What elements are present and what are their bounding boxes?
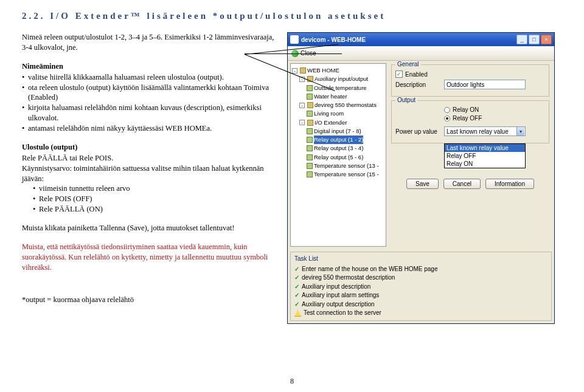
tree-node[interactable]: Water heater	[314, 92, 347, 101]
task-item: Test connection to the server	[304, 309, 381, 318]
leaf-icon	[307, 154, 313, 160]
minimize-button[interactable]: _	[516, 35, 527, 44]
close-button[interactable]: Close	[291, 50, 316, 57]
naming-subhead: Nimeäminen	[22, 61, 277, 72]
output-line: Rele PÄÄLLÄ tai Rele POIS.	[22, 153, 277, 163]
relay-off-radio[interactable]	[444, 115, 450, 122]
folder-icon	[307, 76, 313, 82]
enabled-checkbox[interactable]: ✓	[395, 70, 403, 78]
tree-node[interactable]: Outside temperature	[314, 84, 367, 92]
tree-node[interactable]: I/O Extender	[315, 119, 347, 127]
tree-pane[interactable]: -WEB HOME -Auxiliary input/output Outsid…	[290, 63, 386, 247]
description-input[interactable]	[444, 80, 526, 89]
intro-para: Nimeä releen output/ulostulot 1-2, 3–4 j…	[22, 32, 277, 53]
bullet-item: antamasi relelähdön nimi näkyy käyttäess…	[22, 123, 277, 134]
task-item: Enter name of the house on the WEB HOME …	[302, 265, 437, 274]
network-note: Muista, että nettikäytössä tiedonsiirtym…	[22, 242, 277, 273]
folder-icon	[307, 120, 313, 126]
bullet-item: viimeisin tunnettu releen arvo	[33, 184, 277, 194]
bullet-item: Rele PÄÄLLÄ (ON)	[33, 204, 277, 215]
tree-node[interactable]: Living room	[314, 109, 344, 118]
dropdown-list[interactable]: Last known relay value Relay OFF Relay O…	[444, 143, 526, 168]
description-label: Description	[395, 81, 444, 88]
relay-on-radio[interactable]	[444, 107, 450, 113]
warning-icon	[294, 310, 301, 317]
leaf-icon	[307, 128, 313, 134]
check-icon: ✓	[294, 291, 299, 300]
tree-node[interactable]: Temperature sensor (13 -	[314, 162, 379, 170]
save-button[interactable]: Save	[406, 179, 439, 189]
tree-node[interactable]: Relay output (5 - 6)	[314, 153, 363, 162]
task-list: Task List ✓Enter name of the house on th…	[290, 252, 552, 321]
screenshot-panel: devicom - WEB-HOME _ □ × Close -WEB HOME…	[287, 32, 555, 324]
check-icon: ✓	[294, 283, 299, 292]
page-number: 8	[290, 377, 294, 386]
group-title: Output	[395, 97, 417, 103]
bullet-item: ota releen ulostulo (output) käyttöön li…	[22, 83, 277, 103]
tree-node[interactable]: Digital input (7 - 8)	[314, 127, 361, 136]
dropdown-option[interactable]: Relay OFF	[445, 152, 525, 160]
cancel-button[interactable]: Cancel	[443, 179, 481, 189]
bullet-item: Rele POIS (OFF)	[33, 194, 277, 204]
folder-icon	[307, 102, 313, 108]
output-line: Käynnistysarvo: toimintahäiriön sattuess…	[22, 163, 277, 184]
powerup-dropdown[interactable]: Last known relay value ▾	[444, 126, 526, 136]
output-subhead: Ulostulo (output)	[22, 142, 277, 153]
task-item: devireg 550 thermostat description	[302, 273, 395, 283]
window-frame: devicom - WEB-HOME _ □ × Close -WEB HOME…	[287, 32, 555, 324]
text-column: Nimeä releen output/ulostulot 1-2, 3–4 j…	[22, 32, 277, 324]
bullet-item: kirjoita haluamasi relelähdön nimi kohta…	[22, 103, 277, 123]
dropdown-selected: Last known relay value	[447, 128, 509, 135]
relay-on-label: Relay ON	[453, 106, 479, 113]
enabled-label: Enabled	[405, 71, 428, 78]
section-heading: 2.2. I/O Extender™ lisäreleen *output/ul…	[22, 11, 562, 21]
dropdown-option[interactable]: Last known relay value	[445, 144, 525, 152]
title-bar: devicom - WEB-HOME _ □ ×	[288, 33, 554, 46]
task-item: Auxiliary output description	[302, 300, 375, 309]
tree-node[interactable]: Auxiliary input/output	[315, 75, 368, 83]
leaf-icon	[307, 163, 313, 169]
window-title: devicom - WEB-HOME	[299, 36, 515, 43]
footnote: *output = kuormaa ohjaava relelähtö	[22, 295, 277, 305]
relay-off-label: Relay OFF	[453, 115, 482, 122]
leaf-icon	[307, 171, 313, 177]
leaf-icon	[307, 137, 313, 143]
check-icon: ✓	[294, 300, 299, 309]
tree-node[interactable]: Relay output (3 - 4)	[314, 144, 363, 153]
tree-root[interactable]: WEB HOME	[307, 66, 339, 75]
leaf-icon	[307, 111, 313, 117]
maximize-button[interactable]: □	[529, 35, 540, 44]
close-icon	[291, 50, 299, 57]
app-icon	[290, 35, 299, 44]
chevron-down-icon[interactable]: ▾	[516, 127, 524, 136]
task-item: Auxiliary input alarm settings	[302, 291, 379, 300]
check-icon: ✓	[294, 265, 299, 274]
save-reminder: Muista klikata painiketta Tallenna (Save…	[22, 223, 277, 233]
group-title: General	[395, 61, 421, 67]
leaf-icon	[307, 145, 313, 151]
folder-icon	[300, 67, 306, 74]
toolbar: Close	[288, 46, 554, 61]
tree-node-selected[interactable]: Relay output (1 - 2)	[314, 136, 363, 144]
output-group: Output Relay ON Relay OFF Power up value…	[391, 100, 549, 143]
general-group: General ✓ Enabled Description	[391, 64, 549, 97]
close-label: Close	[301, 50, 316, 57]
form-pane: General ✓ Enabled Description Output Rel…	[386, 61, 554, 249]
leaf-icon	[307, 94, 313, 100]
tree-node[interactable]: Temperature sensor (15 -	[314, 170, 379, 179]
information-button[interactable]: Information	[485, 179, 534, 189]
close-window-button[interactable]: ×	[541, 35, 552, 44]
tasklist-title: Task List	[294, 255, 548, 264]
leaf-icon	[307, 85, 313, 91]
tree-node[interactable]: devireg 550 thermostats	[315, 101, 377, 109]
bullet-item: valitse hiirellä klikkaamalla haluamasi …	[22, 72, 277, 83]
dropdown-option[interactable]: Relay ON	[445, 160, 525, 168]
task-item: Auxiliary input description	[302, 283, 370, 292]
powerup-label: Power up value	[395, 128, 444, 135]
check-icon: ✓	[294, 273, 299, 283]
